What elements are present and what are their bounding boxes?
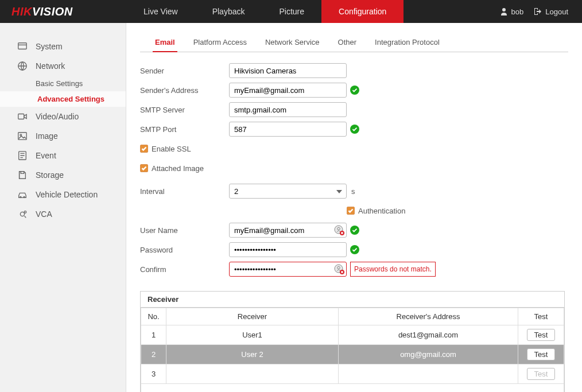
sidebar-item-vehicle-detection[interactable]: Vehicle Detection: [0, 185, 126, 204]
tab-platform-access[interactable]: Platform Access: [191, 33, 249, 52]
topbar-right: bob Logout: [500, 0, 582, 23]
svg-rect-7: [18, 133, 26, 140]
col-address: Receiver's Address: [339, 308, 518, 325]
sidebar-item-basic-settings[interactable]: Basic Settings: [0, 76, 126, 91]
sidebar-item-advanced-settings[interactable]: Advanced Settings: [0, 91, 126, 107]
enable-ssl-checkbox[interactable]: [140, 145, 148, 153]
sidebar-label: Video/Audio: [36, 112, 79, 121]
authentication-checkbox[interactable]: [347, 207, 355, 215]
brand-vision: VISION: [32, 5, 73, 18]
cell-no: 3: [141, 364, 166, 384]
cell-no: 2: [141, 345, 166, 364]
svg-point-12: [20, 212, 24, 216]
cell-test: Test: [518, 345, 564, 364]
nav-configuration[interactable]: Configuration: [321, 0, 403, 23]
storage-icon: [17, 170, 28, 180]
svg-point-11: [24, 196, 25, 197]
attached-image-checkbox[interactable]: [140, 164, 148, 172]
row-enable-ssl: Enable SSL: [140, 141, 568, 157]
row-interval: Interval 2 s: [140, 183, 568, 199]
user-menu[interactable]: bob: [500, 7, 524, 16]
username-input[interactable]: [229, 223, 347, 238]
confirm-input[interactable]: [229, 262, 347, 277]
label-password: Password: [140, 246, 229, 254]
table-row[interactable]: 3Test: [141, 364, 564, 384]
topnav: Live View Playback Picture Configuration: [126, 0, 500, 23]
sender-address-input[interactable]: [229, 83, 347, 98]
sidebar-label: VCA: [36, 209, 52, 219]
event-icon: [17, 150, 28, 161]
sidebar-item-storage[interactable]: Storage: [0, 165, 126, 185]
key-error-icon: [334, 225, 344, 235]
col-no: No.: [141, 308, 166, 325]
svg-rect-6: [18, 114, 24, 119]
tab-other[interactable]: Other: [336, 33, 359, 52]
interval-unit: s: [351, 187, 355, 196]
videoaudio-icon: [17, 111, 28, 122]
row-sender-address: Sender's Address: [140, 82, 568, 98]
valid-check-icon: [350, 226, 359, 235]
config-tabs: Email Platform Access Network Service Ot…: [140, 33, 568, 52]
key-error-icon: [334, 264, 344, 274]
cell-receiver[interactable]: User1: [166, 325, 339, 345]
nav-picture[interactable]: Picture: [262, 0, 321, 23]
sidebar-item-video-audio[interactable]: Video/Audio: [0, 107, 126, 126]
tab-email[interactable]: Email: [153, 33, 177, 52]
nav-live-view[interactable]: Live View: [126, 0, 195, 23]
table-row[interactable]: 2User 2omg@gmail.comTest: [141, 345, 564, 364]
sidebar: System Network Basic Settings Advanced S…: [0, 23, 126, 392]
sidebar-item-system[interactable]: System: [0, 37, 126, 56]
label-attached-image: Attached Image: [152, 164, 204, 173]
logout-label: Logout: [545, 7, 568, 16]
brand-hik: HIK: [11, 5, 32, 18]
test-button[interactable]: Test: [527, 329, 556, 341]
sidebar-label: System: [36, 42, 63, 51]
username-label: bob: [511, 7, 524, 16]
system-icon: [17, 41, 28, 52]
cell-address[interactable]: [339, 364, 518, 384]
receiver-table: No. Receiver Receiver's Address Test 1Us…: [141, 308, 564, 392]
sidebar-label: Network: [36, 61, 65, 71]
label-interval: Interval: [140, 187, 229, 196]
logout-icon: [534, 7, 542, 15]
smtp-port-input[interactable]: [229, 122, 347, 137]
vca-icon: [17, 209, 28, 219]
main-area: System Network Basic Settings Advanced S…: [0, 23, 582, 392]
person-icon: [500, 7, 508, 15]
logout-button[interactable]: Logout: [534, 7, 568, 16]
label-authentication: Authentication: [358, 207, 405, 215]
label-smtp-port: SMTP Port: [140, 125, 229, 134]
topbar: HIKVISION Live View Playback Picture Con…: [0, 0, 582, 23]
col-test: Test: [518, 308, 564, 325]
nav-playback[interactable]: Playback: [195, 0, 262, 23]
cell-receiver[interactable]: User 2: [166, 345, 339, 364]
globe-icon: [17, 61, 28, 71]
confirm-error-message: Passwords do not match.: [350, 262, 436, 277]
tab-network-service[interactable]: Network Service: [263, 33, 322, 52]
test-button[interactable]: Test: [527, 348, 556, 360]
cell-address[interactable]: dest1@gmail.com: [339, 325, 518, 345]
svg-point-10: [20, 196, 21, 197]
tab-integration-protocol[interactable]: Integration Protocol: [373, 33, 442, 52]
label-enable-ssl: Enable SSL: [152, 145, 191, 153]
cell-address[interactable]: omg@gmail.com: [339, 345, 518, 364]
table-row[interactable]: 1User1dest1@gmail.comTest: [141, 325, 564, 345]
sidebar-item-vca[interactable]: VCA: [0, 204, 126, 224]
row-authentication: Authentication: [140, 203, 568, 219]
smtp-server-input[interactable]: [229, 102, 347, 117]
valid-check-icon: [350, 125, 359, 134]
sidebar-item-image[interactable]: Image: [0, 126, 126, 146]
sidebar-item-network[interactable]: Network: [0, 56, 126, 76]
valid-check-icon: [350, 245, 359, 254]
receiver-panel: Receiver No. Receiver Receiver's Address…: [140, 291, 565, 392]
password-input[interactable]: [229, 242, 347, 257]
vehicle-icon: [17, 189, 28, 200]
table-footer-row: [141, 384, 564, 393]
cell-receiver[interactable]: [166, 364, 339, 384]
sender-input[interactable]: [229, 63, 347, 78]
row-confirm: Confirm Passwords do not match.: [140, 261, 568, 277]
label-username: User Name: [140, 226, 229, 235]
interval-select[interactable]: 2: [229, 184, 347, 199]
sidebar-item-event[interactable]: Event: [0, 146, 126, 165]
test-button: Test: [527, 368, 556, 380]
